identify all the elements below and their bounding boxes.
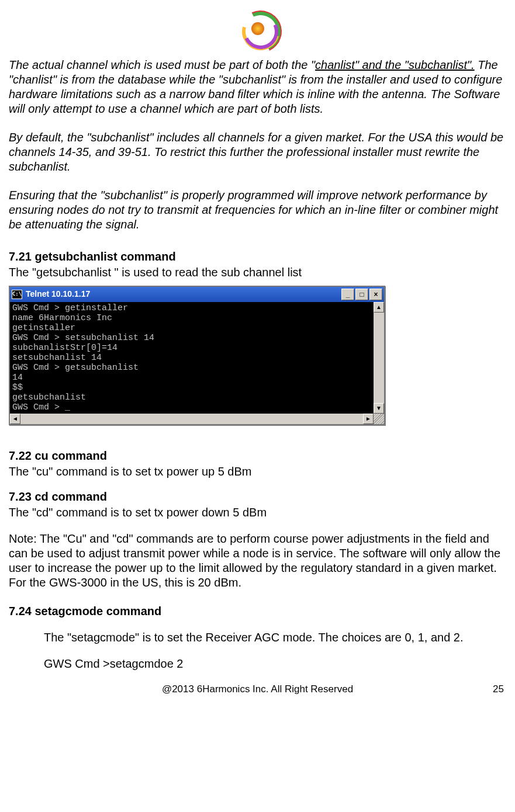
- section-724-body: The "setagcmode" is to set the Receiver …: [44, 630, 504, 645]
- section-722-body: The "cu" command is to set tx power up 5…: [9, 464, 506, 479]
- section-721-body: The "getsubchanlist " is used to read th…: [9, 265, 506, 280]
- intro-para-1: The actual channel which is used must be…: [9, 58, 506, 116]
- close-button[interactable]: ×: [369, 289, 382, 300]
- page-number: 25: [481, 683, 504, 695]
- intro-para-3: Ensuring that the "subchanlist" is prope…: [9, 188, 506, 232]
- terminal-title-text: Telnet 10.10.1.17: [26, 289, 90, 300]
- maximize-button[interactable]: □: [355, 289, 368, 300]
- resize-grip[interactable]: [374, 414, 384, 424]
- scroll-left-icon[interactable]: ◄: [10, 414, 20, 424]
- cmd-icon: C:\: [12, 290, 22, 299]
- section-724-heading: 7.24 setagcmode command: [9, 604, 506, 619]
- intro-para-2: By default, the "subchanlist" includes a…: [9, 130, 506, 174]
- section-723-body: The "cd" command is to set tx power down…: [9, 505, 506, 520]
- section-721-heading: 7.21 getsubchanlist command: [9, 249, 506, 264]
- section-724-cmd: GWS Cmd >setagcmdoe 2: [44, 657, 506, 671]
- scroll-right-icon[interactable]: ►: [363, 414, 374, 424]
- vertical-scrollbar[interactable]: ▲ ▼: [374, 302, 384, 414]
- terminal-window: C:\ Telnet 10.10.1.17 _ □ × GWS Cmd > ge…: [9, 286, 385, 425]
- company-logo: [9, 6, 506, 55]
- section-722-heading: 7.22 cu command: [9, 449, 506, 463]
- minimize-button[interactable]: _: [341, 289, 354, 300]
- section-723-heading: 7.23 cd command: [9, 490, 506, 504]
- section-723-note: Note: The "Cu" and "cd" commands are to …: [9, 532, 506, 590]
- horizontal-scrollbar[interactable]: ◄ ►: [10, 414, 384, 424]
- page-footer: @2013 6Harmonics Inc. All Right Reserved…: [9, 683, 506, 695]
- scroll-up-icon[interactable]: ▲: [374, 302, 384, 313]
- copyright-text: @2013 6Harmonics Inc. All Right Reserved: [34, 683, 481, 695]
- terminal-output: GWS Cmd > getinstaller name 6Harmonics I…: [10, 302, 374, 414]
- terminal-titlebar: C:\ Telnet 10.10.1.17 _ □ ×: [10, 287, 384, 302]
- scroll-down-icon[interactable]: ▼: [374, 403, 384, 414]
